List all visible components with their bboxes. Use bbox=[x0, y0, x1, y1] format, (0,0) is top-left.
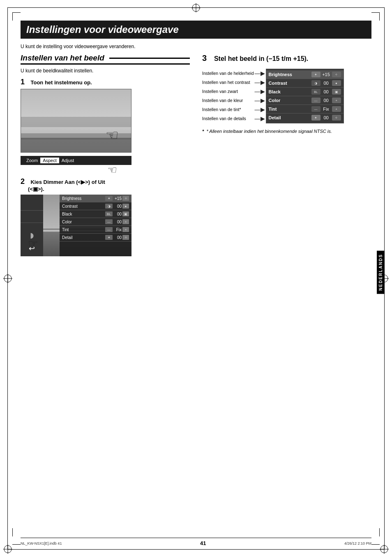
menu-val-black: 00 bbox=[113, 212, 122, 216]
heading-line bbox=[109, 58, 190, 59]
settings-diagram: Instellen van de helderheid Instellen va… bbox=[202, 69, 371, 123]
step-1-text: Toon het instelmenu op. bbox=[30, 79, 92, 86]
settings-menu-box: Brightness ✦ +15 ✧ Contrast ◑ 00 ● Black… bbox=[266, 69, 344, 123]
sm-icon-contrast: ◑ bbox=[311, 80, 321, 86]
sm-icon-brightness: ✦ bbox=[311, 72, 321, 77]
step-1-label: 1 Toon het instelmenu op. bbox=[21, 78, 190, 86]
menu-icon2-black: ▣ bbox=[122, 211, 129, 216]
step-1-screenshot: ☞ bbox=[21, 89, 131, 153]
sm-val-brightness: +15 bbox=[322, 72, 331, 77]
settings-menu-overlay: Brightness ✦ +15 ✧ Contrast ◑ 00 ● bbox=[60, 195, 131, 256]
section-heading: Instellen van het beeld bbox=[21, 53, 190, 65]
sm-val-contrast: 00 bbox=[322, 81, 331, 86]
sm-icon2-detail: ✧ bbox=[332, 115, 341, 121]
corner-tick bbox=[12, 528, 13, 536]
page-title: Instellingen voor videoweergave bbox=[26, 24, 366, 35]
section-subtitle: U kunt de beeldkwaliteit instellen. bbox=[21, 68, 190, 74]
step-2-number: 2 bbox=[21, 177, 25, 186]
menu-icon-tint: — bbox=[105, 227, 113, 232]
sm-icon-tint: — bbox=[311, 106, 321, 112]
sm-row-detail: Detail ✦ 00 ✧ bbox=[266, 114, 344, 122]
sm-name-detail: Detail bbox=[269, 115, 310, 120]
sm-icon2-brightness: ✧ bbox=[332, 72, 341, 77]
menu-row-color: Color — 00 + bbox=[60, 218, 131, 226]
step-2-text: Kies Dimmer Aan (<▶>) of Uit (<▣>). bbox=[21, 179, 105, 192]
menu-label-black: Black bbox=[62, 212, 104, 216]
toolbar-zoom[interactable]: Zoom bbox=[24, 158, 40, 163]
step-2-block: 2 Kies Dimmer Aan (<▶>) of Uit (<▣>). bbox=[21, 177, 190, 256]
menu-icon2-contrast: ● bbox=[122, 204, 129, 209]
menu-icon2-detail: ✧ bbox=[122, 235, 129, 240]
menu-val-contrast: 00 bbox=[113, 204, 122, 209]
sm-name-color: Color bbox=[269, 98, 310, 103]
page-number: 41 bbox=[200, 540, 206, 546]
footer: NL_KW-NSX1[E].indb 41 41 4/26/12 2:10 PM bbox=[21, 538, 371, 546]
menu-row-detail: Detail ✦ 00 ✧ bbox=[60, 234, 131, 241]
registration-mark-bottom-right bbox=[380, 545, 389, 554]
menu-icon2-tint: + bbox=[122, 227, 129, 232]
screenshot-1-inner: ☞ bbox=[21, 89, 131, 152]
language-tab: NEDERLANDS bbox=[377, 251, 385, 294]
note-asterisk: * bbox=[202, 129, 204, 134]
main-content: Instellingen voor videoweergave U kunt d… bbox=[21, 21, 371, 536]
toolbar-strip: Zoom Aspect Adjust ☞ bbox=[21, 156, 131, 165]
corner-tick bbox=[12, 12, 13, 21]
menu-label-brightness: Brightness bbox=[62, 196, 104, 201]
hand-cursor-icon: ☞ bbox=[106, 127, 119, 144]
language-label: NEDERLANDS bbox=[378, 254, 383, 290]
label-contrast: Instellen van het contrast bbox=[202, 78, 254, 87]
arrow-2: —▶ bbox=[255, 78, 265, 87]
note-content: * Alleen instelbaar indien het binnenkom… bbox=[206, 129, 332, 134]
registration-mark-bottom-left bbox=[3, 545, 12, 554]
title-bar: Instellingen voor videoweergave bbox=[21, 21, 371, 39]
arrow-1: —▶ bbox=[255, 69, 265, 78]
menu-icon-contrast: ◑ bbox=[105, 204, 113, 209]
menu-icon-black: BL bbox=[105, 211, 113, 216]
menu-label-contrast: Contrast bbox=[62, 204, 104, 209]
note-text: * * Alleen instelbaar indien het binnenk… bbox=[202, 128, 371, 135]
step-1-number: 1 bbox=[21, 78, 25, 86]
menu-icon-color: — bbox=[105, 219, 113, 224]
footer-date: 4/26/12 2:10 PM bbox=[344, 541, 371, 545]
sm-row-tint: Tint — Fix + bbox=[266, 105, 344, 114]
sm-val-tint: Fix bbox=[322, 107, 331, 111]
menu-row-brightness: Brightness ✦ +15 ✧ bbox=[60, 195, 131, 202]
label-helderheid: Instellen van de helderheid bbox=[202, 69, 254, 78]
footer-filename: NL_KW-NSX1[E].indb 41 bbox=[21, 541, 62, 545]
menu-row-contrast: Contrast ◑ 00 ● bbox=[60, 202, 131, 210]
step-3-text: Stel het beeld in (−15 t/m +15). bbox=[214, 55, 308, 62]
corner-tick bbox=[12, 12, 21, 13]
sm-icon2-contrast: ● bbox=[332, 80, 341, 86]
menu-icon-detail: ✦ bbox=[105, 235, 113, 240]
menu-val-brightness: +15 bbox=[113, 196, 122, 201]
label-details: Instellen van de details bbox=[202, 114, 254, 123]
menu-label-detail: Detail bbox=[62, 235, 104, 240]
menu-icon2-brightness: ✧ bbox=[122, 196, 129, 201]
step-3-number: 3 bbox=[202, 53, 207, 63]
arrow-5: —▶ bbox=[255, 105, 265, 114]
registration-mark-top bbox=[191, 3, 201, 12]
step-3-header: 3 Stel het beeld in (−15 t/m +15). bbox=[202, 53, 371, 63]
menu-val-color: 00 bbox=[113, 220, 122, 224]
menu-val-tint: Fix bbox=[113, 227, 122, 232]
labels-column: Instellen van de helderheid Instellen va… bbox=[202, 69, 254, 123]
toolbar-adjust[interactable]: Adjust bbox=[59, 158, 77, 163]
left-column: Instellen van het beeld U kunt de beeldk… bbox=[21, 53, 190, 264]
sm-icon-detail: ✦ bbox=[311, 115, 321, 121]
sm-row-color: Color — 00 + bbox=[266, 96, 344, 105]
toolbar-aspect[interactable]: Aspect bbox=[40, 158, 59, 163]
sm-icon-color: — bbox=[311, 97, 321, 103]
arrow-6: —▶ bbox=[255, 114, 265, 123]
sm-name-contrast: Contrast bbox=[269, 81, 310, 86]
registration-mark-left bbox=[3, 274, 12, 283]
right-column: 3 Stel het beeld in (−15 t/m +15). Inste… bbox=[202, 53, 371, 264]
border-bottom bbox=[7, 549, 385, 550]
menu-label-tint: Tint bbox=[62, 227, 104, 232]
step-1-block: 1 Toon het instelmenu op. bbox=[21, 78, 190, 165]
sm-val-detail: 00 bbox=[322, 115, 331, 120]
hand-icon-step2: ☞ bbox=[28, 237, 38, 251]
menu-row-tint: Tint — Fix + bbox=[60, 226, 131, 234]
sm-name-tint: Tint bbox=[269, 107, 310, 111]
arrows-column: —▶ —▶ —▶ —▶ —▶ —▶ bbox=[255, 69, 265, 123]
menu-icon-brightness: ✦ bbox=[105, 196, 113, 201]
